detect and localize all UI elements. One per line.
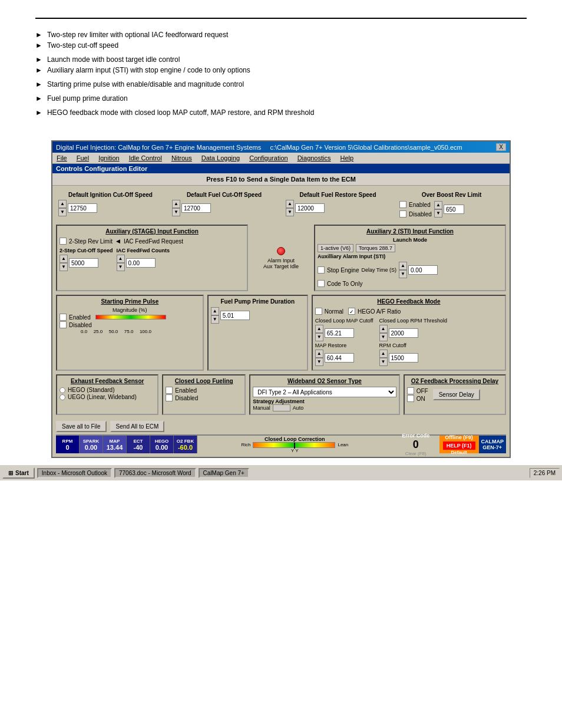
map-cutoff-arrows[interactable]: ▲ ▼	[315, 325, 323, 341]
target-value-btn[interactable]: Torques 288.7	[356, 244, 395, 252]
taskbar-item-calmap[interactable]: CalMap Gen 7+	[199, 468, 249, 478]
ignition-cutoff-input[interactable]	[68, 203, 97, 213]
wideband-o2-select[interactable]: DFI Type 2 – All Applications	[253, 387, 396, 397]
menu-nitrous[interactable]: Nitrous	[170, 154, 194, 162]
menu-ignition[interactable]: Ignition	[97, 154, 121, 162]
two-step-up[interactable]: ▲	[59, 255, 68, 263]
menu-fuel[interactable]: Fuel	[75, 154, 91, 162]
editor-title: Controls Configuration Editor	[52, 164, 510, 173]
overboost-up[interactable]: ▲	[434, 201, 442, 209]
bullet-group-3: ► Starting prime pulse with enable/disab…	[35, 80, 527, 88]
iac-counts-arrows[interactable]: ▲ ▼	[117, 255, 125, 271]
taskbar-item-word[interactable]: 77063.doc - Microsoft Word	[114, 468, 196, 478]
map-cutoff-up[interactable]: ▲	[315, 325, 323, 333]
fuel-cutoff-up[interactable]: ▲	[172, 200, 180, 208]
menu-help[interactable]: Help	[338, 154, 355, 162]
rpm-threshold-input[interactable]	[389, 328, 418, 338]
overboost-down[interactable]: ▼	[434, 209, 442, 218]
o2-off-row: OFF	[407, 387, 428, 394]
arrow-icon-3: ►	[35, 55, 42, 64]
press-f10-bar: Press F10 to Send a Single Data Item to …	[52, 173, 510, 186]
menu-data-logging[interactable]: Data Logging	[200, 154, 242, 162]
o2-off-checkbox[interactable]	[407, 387, 414, 394]
rpm-cutoff-down[interactable]: ▼	[379, 358, 388, 366]
hego-af-checkbox[interactable]	[348, 308, 355, 315]
ignition-cutoff-arrows[interactable]: ▲ ▼	[58, 200, 67, 216]
prime-slider[interactable]	[95, 315, 166, 319]
aux-sti-panel: Auxiliary 2 (STI) Input Function Launch …	[314, 225, 506, 291]
menu-configuration[interactable]: Configuration	[247, 154, 289, 162]
delay-arrows[interactable]: ▲ ▼	[399, 262, 407, 278]
two-step-rev-checkbox[interactable]	[59, 238, 67, 245]
map-cutoff-down[interactable]: ▼	[315, 333, 323, 341]
bullet-text-6: Fuel pump prime duration	[47, 94, 128, 103]
map-restore-up[interactable]: ▲	[315, 350, 323, 358]
overboost-arrows[interactable]: ▲ ▼	[434, 201, 442, 218]
strategy-slider[interactable]	[273, 404, 290, 411]
delay-down[interactable]: ▼	[399, 270, 407, 278]
code-to-only-checkbox[interactable]	[318, 280, 325, 287]
fuel-pump-down[interactable]: ▼	[211, 315, 219, 324]
help-button[interactable]: HELP (F1)	[443, 442, 475, 450]
code-to-only-label: Code To Only	[327, 281, 362, 287]
hego-standard-radio[interactable]	[59, 387, 65, 393]
ignition-cutoff-up[interactable]: ▲	[58, 200, 67, 208]
bullet-text-1: Two-step rev limiter with optional IAC f…	[47, 31, 228, 39]
fueling-disabled-checkbox[interactable]	[166, 394, 173, 401]
o2-on-checkbox[interactable]	[407, 395, 414, 402]
menu-bar: File Fuel Ignition Idle Control Nitrous …	[52, 153, 510, 164]
close-button[interactable]: X	[496, 143, 506, 151]
overboost-disabled-checkbox[interactable]	[399, 210, 406, 218]
two-step-cutoff-arrows[interactable]: ▲ ▼	[59, 255, 68, 271]
rpm-threshold-up[interactable]: ▲	[379, 325, 388, 333]
uego-radio[interactable]	[59, 394, 65, 400]
start-button[interactable]: ⊞ Start	[2, 467, 35, 479]
send-ecm-button[interactable]: Send All to ECM	[110, 421, 165, 432]
map-restore-down[interactable]: ▼	[315, 358, 323, 366]
rpm-cutoff-arrows[interactable]: ▲ ▼	[379, 350, 388, 366]
map-restore-arrows[interactable]: ▲ ▼	[315, 350, 323, 366]
taskbar-item-outlook[interactable]: Inbox - Microsoft Outlook	[37, 468, 112, 478]
save-file-button[interactable]: Save all to File	[56, 421, 107, 432]
rpm-threshold-arrows[interactable]: ▲ ▼	[379, 325, 388, 341]
fuel-cutoff-arrows[interactable]: ▲ ▼	[172, 200, 180, 216]
fuel-pump-up[interactable]: ▲	[211, 307, 219, 315]
fuel-restore-arrows[interactable]: ▲ ▼	[286, 200, 294, 216]
overboost-enabled-checkbox[interactable]	[399, 201, 406, 208]
menu-idle-control[interactable]: Idle Control	[127, 154, 164, 162]
menu-diagnostics[interactable]: Diagnostics	[296, 154, 333, 162]
sensor-delay-btn[interactable]: Sensor Delay	[433, 389, 480, 400]
led-panel: Alarm Input Aux Target Idle	[252, 225, 310, 291]
rpm-cutoff-up[interactable]: ▲	[379, 350, 388, 358]
two-step-down[interactable]: ▼	[59, 263, 68, 271]
hego-af-label: HEGO A/F Ratio	[358, 308, 401, 315]
prime-enabled-checkbox[interactable]	[59, 314, 67, 321]
fuel-restore-up[interactable]: ▲	[286, 200, 294, 208]
launch-value-btn[interactable]: 1-active (V6)	[318, 244, 353, 252]
delay-input[interactable]	[408, 265, 438, 275]
menu-file[interactable]: File	[55, 154, 69, 162]
fueling-enabled-checkbox[interactable]	[166, 387, 173, 394]
map-restore-input[interactable]	[325, 353, 354, 363]
fuel-pump-input[interactable]	[220, 311, 250, 320]
iac-counts-input[interactable]	[126, 258, 156, 268]
delay-up[interactable]: ▲	[399, 262, 407, 270]
fuel-restore-down[interactable]: ▼	[286, 208, 294, 216]
overboost-input[interactable]	[444, 205, 464, 214]
ignition-cutoff-down[interactable]: ▼	[58, 208, 67, 216]
iac-counts-up[interactable]: ▲	[117, 255, 125, 263]
o2-on-label: ON	[416, 396, 425, 402]
prime-disabled-checkbox[interactable]	[59, 321, 67, 328]
iac-counts-down[interactable]: ▼	[117, 263, 125, 271]
rpm-cutoff-input[interactable]	[389, 353, 418, 363]
o2-on-row: ON	[407, 395, 428, 402]
fuel-cutoff-down[interactable]: ▼	[172, 208, 180, 216]
map-cutoff-input[interactable]	[325, 328, 354, 338]
two-step-cutoff-input[interactable]	[69, 258, 98, 268]
hego-normal-checkbox[interactable]	[315, 308, 322, 315]
fuel-cutoff-input[interactable]	[181, 203, 211, 213]
fuel-pump-arrows[interactable]: ▲ ▼	[211, 307, 219, 324]
rpm-threshold-down[interactable]: ▼	[379, 333, 388, 341]
fuel-restore-input[interactable]	[295, 203, 325, 213]
stop-engine-checkbox[interactable]	[318, 266, 325, 274]
